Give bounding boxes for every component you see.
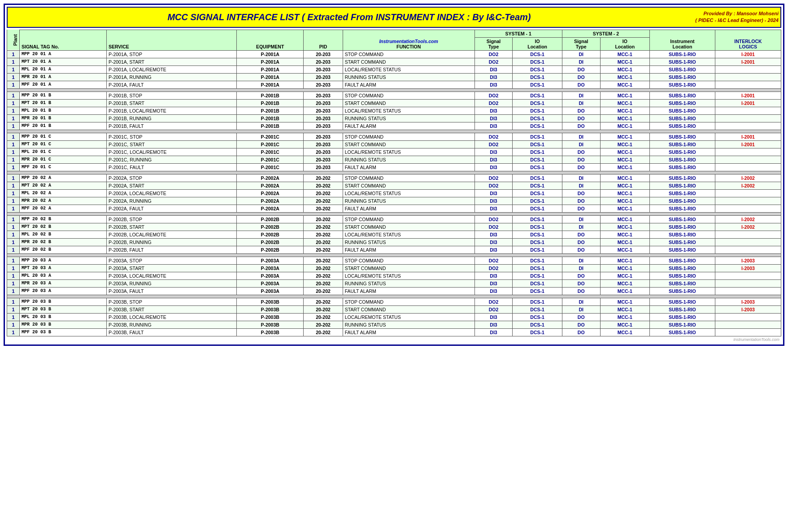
outer-container: MCC SIGNAL INTERFACE LIST ( Extracted Fr… bbox=[4, 4, 784, 346]
empty-row bbox=[7, 171, 781, 174]
signal-tag-cell: MPF 20 01 C bbox=[20, 163, 107, 171]
table-row: 1MPL 20 03 BP-2003B, LOCAL/REMOTEP-2003B… bbox=[7, 313, 781, 321]
signal-tag-cell: MPT 20 01 C bbox=[20, 140, 107, 148]
table-row: 1MPP 20 01 AP-2001A, STOPP-2001A20-203ST… bbox=[7, 50, 781, 58]
signal-tag-cell: MPT 20 03 A bbox=[20, 264, 107, 272]
interlock-cell bbox=[715, 321, 781, 328]
signal-tag-cell: MPF 20 03 A bbox=[20, 287, 107, 295]
interlock-cell bbox=[715, 231, 781, 238]
interlock-cell bbox=[715, 238, 781, 246]
title-bar: MCC SIGNAL INTERFACE LIST ( Extracted Fr… bbox=[7, 7, 781, 28]
signal-tag-cell: MPT 20 03 B bbox=[20, 305, 107, 313]
signal-tag-cell: MPP 20 02 B bbox=[20, 215, 107, 223]
interlock-cell: I-2002 bbox=[715, 174, 781, 182]
table-row: 1MPL 20 03 AP-2003A, LOCAL/REMOTEP-2003A… bbox=[7, 272, 781, 279]
col-system2-header: SYSTEM - 2 bbox=[562, 30, 649, 37]
table-row: 1MPF 20 03 AP-2003A, FAULTP-2003A20-202F… bbox=[7, 287, 781, 295]
col-system1-header: SYSTEM - 1 bbox=[475, 30, 562, 37]
interlock-cell: I-2001 bbox=[715, 50, 781, 58]
col-s1-io-location: IOLocation bbox=[513, 37, 562, 50]
interlock-cell bbox=[715, 81, 781, 88]
signal-tag-cell: MPL 20 02 A bbox=[20, 189, 107, 197]
table-row: 1MPF 20 01 AP-2001A, FAULTP-2001A20-203F… bbox=[7, 81, 781, 88]
signal-tag-cell: MPP 20 01 B bbox=[20, 92, 107, 99]
signal-tag-cell: MPP 20 01 C bbox=[20, 133, 107, 140]
signal-tag-cell: MPT 20 02 A bbox=[20, 182, 107, 189]
interlock-cell bbox=[715, 65, 781, 73]
col-equipment: EQUIPMENT bbox=[236, 30, 303, 50]
table-row: 1MPT 20 02 BP-2002B, STARTP-2002B20-202S… bbox=[7, 223, 781, 231]
signal-tag-cell: MPP 20 03 B bbox=[20, 298, 107, 305]
col-service: SERVICE bbox=[106, 30, 236, 50]
signal-tag-cell: MPF 20 02 A bbox=[20, 205, 107, 212]
table-row: 1MPT 20 03 AP-2003A, STARTP-2003A20-202S… bbox=[7, 264, 781, 272]
signal-tag-cell: MPR 20 03 A bbox=[20, 279, 107, 287]
signal-tag-cell: MPL 20 03 B bbox=[20, 313, 107, 321]
table-row: 1MPR 20 02 AP-2002A, RUNNINGP-2002A20-20… bbox=[7, 197, 781, 205]
table-row: 1MPR 20 01 CP-2001C, RUNNINGP-2001C20-20… bbox=[7, 156, 781, 163]
interlock-cell: I-2001 bbox=[715, 58, 781, 65]
interlock-cell bbox=[715, 73, 781, 81]
table-row: 1MPR 20 01 BP-2001B, RUNNINGP-2001B20-20… bbox=[7, 114, 781, 122]
table-row: 1MPR 20 03 AP-2003A, RUNNINGP-2003A20-20… bbox=[7, 279, 781, 287]
table-row: 1MPL 20 01 BP-2001B, LOCAL/REMOTEP-2001B… bbox=[7, 107, 781, 114]
signal-tag-cell: MPR 20 01 A bbox=[20, 73, 107, 81]
interlock-cell: I-2002 bbox=[715, 223, 781, 231]
interlock-cell bbox=[715, 272, 781, 279]
empty-row bbox=[7, 253, 781, 257]
interlock-cell bbox=[715, 246, 781, 253]
empty-row bbox=[7, 130, 781, 133]
table-row: 1MPL 20 01 CP-2001C, LOCAL/REMOTEP-2001C… bbox=[7, 148, 781, 156]
table-row: 1MPF 20 02 AP-2002A, FAULTP-2002A20-202F… bbox=[7, 205, 781, 212]
signal-tag-cell: MPF 20 01 A bbox=[20, 81, 107, 88]
interlock-cell bbox=[715, 163, 781, 171]
table-row: 1MPP 20 01 BP-2001B, STOPP-2001B20-203ST… bbox=[7, 92, 781, 99]
empty-row bbox=[7, 88, 781, 92]
empty-row bbox=[7, 295, 781, 298]
col-plant: Plant bbox=[7, 30, 20, 50]
interlock-cell bbox=[715, 197, 781, 205]
interlock-cell: I-2001 bbox=[715, 140, 781, 148]
watermark: InstrumentationTools.com bbox=[7, 336, 781, 343]
signal-tag-cell: MPP 20 02 A bbox=[20, 174, 107, 182]
signal-tag-cell: MPP 20 03 A bbox=[20, 257, 107, 264]
interlock-cell: I-2003 bbox=[715, 305, 781, 313]
table-row: 1MPR 20 03 BP-2003B, RUNNINGP-2003B20-20… bbox=[7, 321, 781, 328]
signal-tag-cell: MPF 20 01 B bbox=[20, 122, 107, 130]
interlock-cell bbox=[715, 328, 781, 336]
table-row: 1MPL 20 02 BP-2002B, LOCAL/REMOTEP-2002B… bbox=[7, 231, 781, 238]
col-s2-signal-type: SignalType bbox=[562, 37, 600, 50]
signal-tag-cell: MPP 20 01 A bbox=[20, 50, 107, 58]
interlock-cell: I-2003 bbox=[715, 257, 781, 264]
interlock-cell: I-2001 bbox=[715, 99, 781, 107]
interlock-cell: I-2002 bbox=[715, 215, 781, 223]
interlock-cell: I-2001 bbox=[715, 133, 781, 140]
table-row: 1MPL 20 02 AP-2002A, LOCAL/REMOTEP-2002A… bbox=[7, 189, 781, 197]
header-row-1: Plant SIGNAL TAG No. SERVICE EQUIPMENT P… bbox=[7, 30, 781, 37]
table-row: 1MPL 20 01 AP-2001A, LOCAL/REMOTEP-2001A… bbox=[7, 65, 781, 73]
signal-tag-cell: MPL 20 01 C bbox=[20, 148, 107, 156]
interlock-cell: I-2003 bbox=[715, 298, 781, 305]
interlock-cell bbox=[715, 114, 781, 122]
table-row: 1MPT 20 02 AP-2002A, STARTP-2002A20-202S… bbox=[7, 182, 781, 189]
signal-tag-cell: MPF 20 02 B bbox=[20, 246, 107, 253]
table-container: Plant SIGNAL TAG No. SERVICE EQUIPMENT P… bbox=[7, 30, 781, 343]
signal-tag-cell: MPR 20 03 B bbox=[20, 321, 107, 328]
signal-tag-cell: MPL 20 02 B bbox=[20, 231, 107, 238]
table-row: 1MPT 20 01 BP-2001B, STARTP-2001B20-203S… bbox=[7, 99, 781, 107]
col-pid: PID bbox=[304, 30, 343, 50]
interlock-cell bbox=[715, 287, 781, 295]
table-row: 1MPT 20 01 CP-2001C, STARTP-2001C20-203S… bbox=[7, 140, 781, 148]
signal-table: Plant SIGNAL TAG No. SERVICE EQUIPMENT P… bbox=[7, 30, 781, 336]
interlock-cell bbox=[715, 313, 781, 321]
col-s2-io-location: IOLocation bbox=[600, 37, 649, 50]
signal-tag-cell: MPL 20 03 A bbox=[20, 272, 107, 279]
table-row: 1MPT 20 03 BP-2003B, STARTP-2003B20-202S… bbox=[7, 305, 781, 313]
table-body: 1MPP 20 01 AP-2001A, STOPP-2001A20-203ST… bbox=[7, 50, 781, 336]
interlock-cell bbox=[715, 189, 781, 197]
table-row: 1MPF 20 02 BP-2002B, FAULTP-2002B20-202F… bbox=[7, 246, 781, 253]
interlock-cell: I-2003 bbox=[715, 264, 781, 272]
signal-tag-cell: MPL 20 01 A bbox=[20, 65, 107, 73]
table-row: 1MPR 20 02 BP-2002B, RUNNINGP-2002B20-20… bbox=[7, 238, 781, 246]
signal-tag-cell: MPF 20 03 B bbox=[20, 328, 107, 336]
